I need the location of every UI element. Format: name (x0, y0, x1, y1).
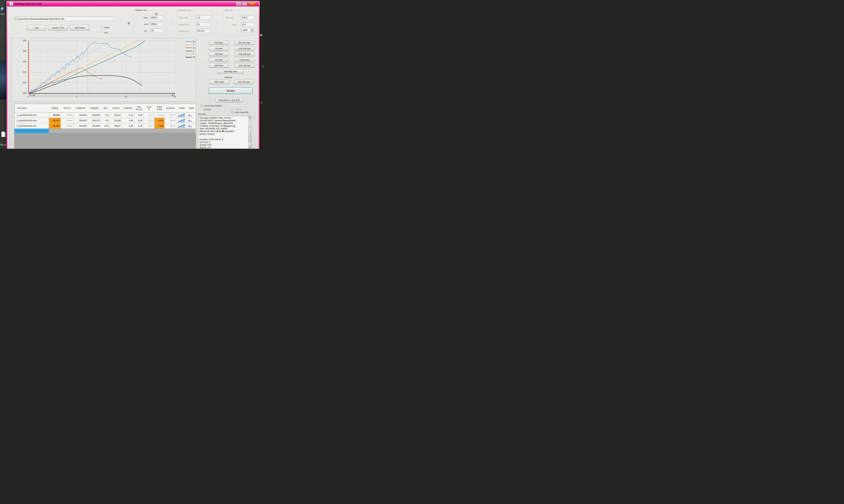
table-cell-r0c8: 0,28 (134, 112, 143, 118)
distance-button-0-60-feet[interactable]: 0-60 feet (209, 41, 228, 45)
speed-button-100-160-kph[interactable]: 100-160 kph (235, 64, 254, 68)
distance-button-1000-feet[interactable]: 1000 feet (209, 64, 228, 68)
batch-label: batch (104, 26, 110, 29)
desktop-icon-label-top[interactable]: wser (0, 13, 5, 15)
table-cell-r0c10: 02,94 (155, 112, 164, 118)
spinner-down-icon[interactable]: ▼ (251, 30, 253, 32)
close-button[interactable]: ✕ (247, 2, 257, 6)
time-input[interactable] (240, 22, 254, 26)
table-cell-r0c0: 1_op\VBOX0015.vbo (14, 112, 49, 118)
maximize-button[interactable] (242, 2, 247, 6)
table-cell-r2c12[interactable] (176, 123, 187, 129)
delta-v-tol-input[interactable] (150, 29, 163, 33)
series-1 (29, 40, 139, 93)
window-titlebar[interactable] (7, 1, 259, 6)
file-info-label: file info: (198, 113, 206, 115)
braking-button-100-0-kph[interactable]: 100-0 kph (209, 80, 229, 84)
smooth-radio[interactable] (200, 108, 202, 111)
unlabeled-checkbox[interactable] (57, 31, 60, 34)
table-cell-r0c4: 250,590 (88, 112, 101, 118)
y-tick-label: 250 (21, 39, 27, 42)
chart-scrollbar[interactable] (29, 94, 175, 96)
table-header-5: sats (101, 104, 110, 112)
zoom-out-icon: ⊖ (30, 94, 31, 96)
braking-button-200-100-kph[interactable]: 200-100 kph (234, 80, 253, 84)
app-icon: ▨ (9, 2, 13, 5)
desktop-file-icon[interactable] (1, 131, 5, 137)
table-cell-r1c4: 250,210 (88, 118, 101, 123)
table-cell-r1c7: 0,39 (122, 118, 134, 123)
file-info-line: 593.65125 3217.84562 � [avi]VBOX (199, 130, 248, 133)
file-info-scroll-down[interactable]: ▼ (248, 146, 251, 148)
table-cell-r0c12[interactable] (176, 112, 187, 118)
minimize-icon (238, 3, 240, 4)
batch-checkbox[interactable] (101, 26, 103, 29)
table-cell-r1c0: 2_op\VBOX0015.vbo (14, 118, 49, 123)
distance-button-1-8-mile[interactable]: 1/8 mile (209, 47, 228, 51)
table-cell-r1c10: 5,175 (155, 118, 164, 123)
table-selected-cell[interactable] (15, 129, 49, 133)
delta-v-radio-dot (128, 23, 129, 24)
legend-item-0x: 0x (185, 40, 197, 43)
file-path-input[interactable] (14, 17, 113, 21)
desktop-shield-icon[interactable] (1, 7, 4, 12)
speed-button-0-100-kph[interactable]: 0-100 kph (235, 58, 254, 62)
scan-button[interactable]: SCAN! (209, 87, 252, 94)
vbo-button[interactable]: .vbo (27, 25, 46, 30)
custom-csv-button[interactable]: custom .CSV (48, 25, 68, 30)
time-start-input[interactable] (240, 16, 254, 20)
table-cell-r2c13[interactable]: htt... (187, 123, 196, 129)
table-cell-r2c1: 05,665 (49, 123, 61, 129)
table-cell-r1c13[interactable]: htt... (187, 118, 196, 123)
send-best-button[interactable]: Send Best to Top 100 (215, 98, 242, 102)
speed-button-60-130-mph[interactable]: 60-130 mph (235, 41, 254, 45)
rollout-input[interactable] (196, 22, 210, 26)
file-info-text: Racelogic LtdVideo VBox Version :003.000… (198, 116, 251, 149)
chart-scroll-left-button[interactable]: ◀ (32, 94, 35, 96)
distance-radio[interactable] (171, 22, 174, 24)
graph-thumbnail-icon (177, 119, 186, 123)
delta-v-radio[interactable] (128, 22, 130, 24)
spinner-up-icon[interactable]: ▲ (251, 28, 253, 30)
delta-v-start-input[interactable] (150, 16, 163, 20)
file-info-box[interactable]: Racelogic LtdVideo VBox Version :003.000… (198, 116, 251, 149)
legend-item-1: 1 (185, 43, 197, 46)
factor-spinner-input[interactable] (240, 28, 251, 32)
fw-label: FW (104, 32, 108, 34)
table-header-0: test name (14, 104, 49, 112)
file-info-line: Racelogic LtdVideo VBox Version : (199, 116, 248, 119)
standing-mile-button[interactable]: standing mile (217, 69, 243, 73)
graph-thumbnail-icon (177, 113, 186, 118)
distance-m-input[interactable] (196, 29, 210, 33)
file-info-scroll-thumb[interactable]: ≡ (249, 127, 251, 142)
time-title: time run (225, 9, 233, 11)
file-info-scroll-up[interactable]: ▲ (248, 116, 251, 119)
table-cell-r2c5: 10,9 (101, 123, 110, 129)
table-cell-r2c10: 7,930 (155, 123, 164, 129)
maximize-icon (243, 3, 246, 5)
delta-v-end-input[interactable] (150, 22, 163, 26)
fw-checkbox[interactable] (101, 32, 103, 34)
correct-by-integral-checkbox[interactable]: ✓ (201, 105, 203, 107)
table-cell-r0c13[interactable]: htt... (187, 112, 196, 118)
time-radio[interactable] (217, 22, 219, 24)
legend-item-2x: 2x (185, 47, 197, 49)
table-cell-r0c1: 05,104 (49, 112, 61, 118)
distance-start-input[interactable] (196, 16, 210, 20)
table-cell-r1c12[interactable] (176, 118, 187, 123)
table-header-6: dist.(m) (110, 104, 122, 112)
distance-button-1-4-mile[interactable]: 1/4 mile (209, 58, 228, 62)
speed-button-100-300-kph[interactable]: 100-300 kph (235, 47, 254, 51)
legend-label: 3 (193, 50, 194, 52)
write-result-file-checkbox[interactable]: ✓ (231, 111, 233, 113)
delta-v-title: Delta-V run (135, 9, 147, 11)
factor-spinner-arrows[interactable]: ▲ ▼ (251, 28, 253, 32)
speed-button-100-200-kph[interactable]: 100-200 kph (235, 52, 254, 56)
online-checkbox[interactable]: ✓ (232, 108, 234, 110)
minimize-button[interactable] (236, 2, 242, 6)
dbn-file-button[interactable]: .dbn Datei (70, 25, 89, 30)
y-tick-label: 220 (21, 71, 27, 73)
distance-button-330-feet[interactable]: 330 feet (209, 52, 228, 56)
table-header-13: Earth (187, 104, 196, 112)
delta-v-start-label: start (143, 16, 148, 19)
